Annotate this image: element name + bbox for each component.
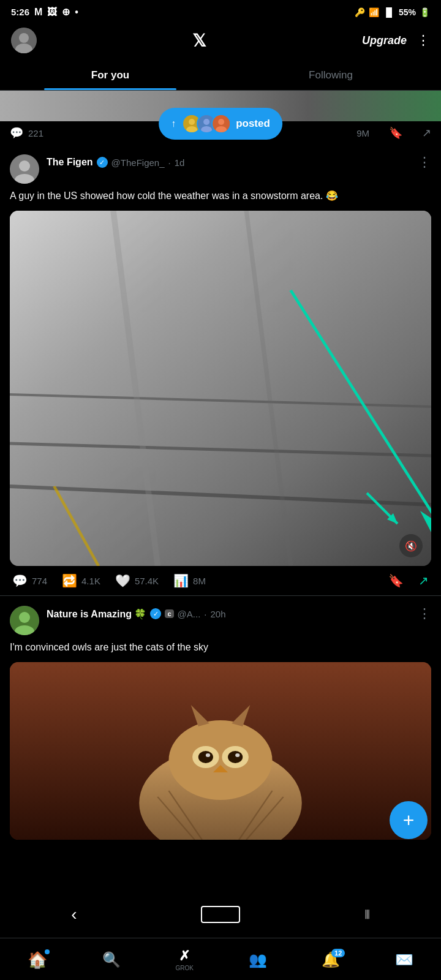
owl-scene (10, 662, 431, 840)
views-icon: 📊 (173, 573, 189, 588)
tweet-2-verified-icon: ✓ (150, 608, 161, 619)
svg-point-36 (198, 751, 213, 763)
mute-button[interactable]: 🔇 (399, 534, 423, 557)
tweet-2-time: 20h (210, 609, 225, 619)
photo-icon: 🖼 (47, 7, 57, 18)
dot-icon: • (75, 7, 78, 18)
user-avatar[interactable] (11, 28, 37, 53)
share-icon-partial[interactable]: ↗ (422, 126, 431, 140)
views-count: 9M (356, 128, 369, 138)
svg-point-27 (19, 612, 30, 623)
verified-icon: ✓ (97, 157, 108, 168)
nav-messages[interactable]: ✉️ (388, 949, 421, 971)
tweet-1-more-icon[interactable]: ⋮ (418, 154, 431, 170)
back-button[interactable]: ‹ (53, 900, 95, 929)
reply-icon: 💬 (10, 126, 23, 140)
x-logo: 𝕏 (192, 31, 206, 51)
views-action[interactable]: 📊 8M (173, 573, 206, 588)
reply-icon-1: 💬 (12, 573, 28, 588)
compose-icon: + (403, 809, 415, 832)
notifications-badge: 12 (331, 949, 345, 957)
tweet-1-name-row: The Figen ✓ @TheFigen_ · 1d ⋮ (47, 154, 431, 170)
svg-marker-23 (420, 511, 431, 532)
tweet-1-meta: The Figen ✓ @TheFigen_ · 1d ⋮ (47, 154, 431, 170)
status-left: 5:26 M 🖼 ⊕ • (11, 6, 78, 18)
bookmark-icon-partial[interactable]: 🔖 (389, 126, 402, 140)
tweet-1-time: 1d (175, 157, 185, 168)
svg-point-38 (206, 753, 210, 757)
posted-label: posted (236, 118, 270, 130)
more-options-icon[interactable]: ⋮ (417, 32, 430, 48)
share-action[interactable]: ↗ (418, 573, 429, 588)
signal-icon: ▐▌ (383, 7, 395, 17)
like-icon: 🤍 (115, 573, 130, 588)
header-right: Upgrade ⋮ (362, 32, 430, 48)
share-icon-1: ↗ (418, 573, 429, 588)
messages-icon: ✉️ (395, 951, 413, 968)
home-notification-dot (45, 949, 50, 954)
retweet-action[interactable]: 🔁 4.1K (62, 573, 100, 588)
tweet-card-2: Nature is Amazing 🍀 ✓ c @A... · 20h ⋮ I'… (0, 596, 441, 840)
battery-icon: 🔋 (420, 7, 430, 17)
alert-icon: ⊕ (62, 6, 70, 18)
svg-point-4 (189, 119, 195, 125)
key-icon: 🔑 (355, 7, 365, 17)
retweet-count: 4.1K (81, 576, 100, 586)
svg-line-22 (291, 290, 431, 523)
tweet-2-name-row: Nature is Amazing 🍀 ✓ c @A... · 20h ⋮ (47, 606, 431, 622)
tab-for-you[interactable]: For you (0, 59, 221, 90)
tweet-1-dot: · (168, 157, 171, 168)
compose-fab[interactable]: + (390, 801, 428, 839)
tweet-1-name: The Figen (47, 157, 93, 168)
battery-text: 55% (399, 7, 416, 17)
wifi-icon: 📶 (369, 7, 379, 17)
system-navigation: ‹ ⦀ (0, 895, 441, 934)
arrow-up-icon: ↑ (171, 118, 176, 129)
like-action[interactable]: 🤍 57.4K (115, 573, 159, 588)
tweet-1-text: A guy in the US showed how cold the weat… (10, 189, 431, 203)
nav-notifications[interactable]: 🔔 12 (314, 949, 347, 971)
status-right: 🔑 📶 ▐▌ 55% 🔋 (355, 7, 430, 17)
community-badge: c (165, 609, 173, 618)
nav-search[interactable]: 🔍 (95, 949, 128, 971)
tweet-2-dot: · (204, 609, 206, 619)
tweet-2-handle: @A... (178, 609, 201, 619)
svg-point-37 (228, 751, 243, 763)
nav-grok[interactable]: ✗ GROK (168, 946, 200, 974)
tab-following[interactable]: Following (221, 59, 441, 90)
home-icon: 🏠 (28, 951, 47, 970)
tweet-card-1: The Figen ✓ @TheFigen_ · 1d ⋮ A guy in t… (0, 145, 441, 596)
app-header: 𝕏 Upgrade ⋮ (0, 21, 441, 59)
tweet-2-more-icon[interactable]: ⋮ (418, 606, 431, 622)
reply-count: 221 (28, 128, 43, 138)
posted-pill[interactable]: ↑ posted (159, 108, 282, 140)
tweet-1-avatar[interactable] (10, 154, 39, 184)
reply-action[interactable]: 💬 774 (12, 573, 47, 588)
upgrade-button[interactable]: Upgrade (362, 34, 407, 47)
tweet-1-media[interactable]: 🔇 (10, 211, 431, 566)
snow-scene (10, 211, 431, 566)
bookmark-icon-1: 🔖 (388, 573, 404, 588)
tweet-1-handle: @TheFigen_ (111, 157, 165, 168)
nav-home[interactable]: 🏠 (20, 948, 55, 972)
svg-point-39 (235, 753, 239, 757)
nav-people[interactable]: 👥 (241, 949, 274, 971)
recents-button[interactable]: ⦀ (346, 902, 388, 927)
tweet-2-name: Nature is Amazing 🍀 (47, 608, 146, 620)
retweet-icon: 🔁 (62, 573, 77, 588)
tweet-2-avatar[interactable] (10, 606, 39, 635)
mail-icon: M (34, 7, 42, 18)
grok-label: GROK (175, 965, 193, 971)
tweet-2-meta: Nature is Amazing 🍀 ✓ c @A... · 20h ⋮ (47, 606, 431, 622)
svg-point-10 (218, 119, 224, 125)
search-icon: 🔍 (102, 951, 121, 968)
svg-point-31 (169, 720, 273, 800)
bookmark-action[interactable]: 🔖 (388, 573, 404, 588)
people-icon: 👥 (249, 951, 267, 968)
views-count-1: 8M (193, 576, 206, 586)
bottom-navigation: 🏠 🔍 ✗ GROK 👥 🔔 12 ✉️ (0, 938, 441, 980)
tweet-2-media[interactable] (10, 662, 431, 840)
svg-point-13 (19, 160, 30, 172)
home-button[interactable] (201, 906, 240, 923)
svg-point-1 (19, 33, 29, 43)
